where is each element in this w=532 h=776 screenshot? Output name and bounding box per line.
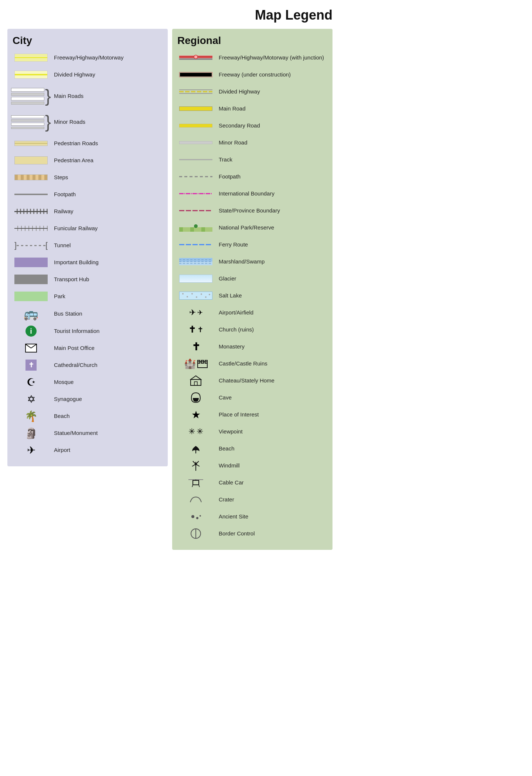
- list-item: Steps: [13, 171, 163, 184]
- label-statue: Statue/Monument: [54, 429, 98, 437]
- airplane-icon: ✈: [189, 308, 196, 317]
- label-mosque: Mosque: [54, 378, 74, 386]
- statue-icon: 🗿: [25, 427, 38, 439]
- symbol-reg-crater: [177, 496, 214, 504]
- list-item: Glacier: [177, 272, 327, 285]
- airplane2-icon: ✈: [197, 309, 203, 317]
- label-reg-airport: Airport/Airfield: [219, 309, 253, 316]
- list-item: ✝ Monastery: [177, 340, 327, 353]
- label-reg-ancient: Ancient Site: [219, 513, 248, 520]
- label-reg-border: Border Control: [219, 530, 255, 537]
- list-item: Freeway/Highway/Motorway (with junction): [177, 51, 327, 64]
- chateau-icon: [190, 375, 202, 386]
- list-item: Footpath: [177, 170, 327, 183]
- regional-header: Regional: [177, 35, 327, 47]
- svg-rect-31: [179, 292, 212, 300]
- list-item: National Park/Reserve: [177, 221, 327, 234]
- list-item: ☪ Mosque: [13, 375, 163, 389]
- label-reg-viewpoint: Viewpoint: [219, 428, 243, 435]
- label-divided-hwy: Divided Highway: [54, 71, 95, 78]
- svg-point-24: [194, 224, 198, 228]
- label-footpath: Footpath: [54, 191, 76, 198]
- list-item: } Minor Roads: [13, 111, 163, 133]
- symbol-reg-ancient: [177, 513, 214, 520]
- symbol-reg-freeway-const: [177, 72, 214, 77]
- symbol-reg-interest: ★: [177, 409, 214, 421]
- list-item: Freeway (under construction): [177, 68, 327, 81]
- castle-ruins-icon: [197, 359, 208, 368]
- beach-symbol-icon: [190, 443, 201, 454]
- cave-icon: [190, 392, 202, 403]
- cable-car-icon: [188, 477, 203, 489]
- info-icon: i: [25, 326, 37, 337]
- symbol-main-roads: }: [13, 88, 50, 105]
- label-reg-cablecar: Cable Car: [219, 479, 244, 486]
- list-item: Important Building: [13, 256, 163, 269]
- symbol-reg-viewpoint: ✳ ✳: [177, 427, 214, 436]
- symbol-ped-roads: [13, 141, 50, 146]
- svg-point-52: [195, 463, 197, 465]
- symbol-synagogue: ✡: [13, 393, 50, 405]
- symbol-reg-windmill: [177, 460, 214, 472]
- symbol-minor-roads: }: [13, 114, 50, 130]
- list-item: Cable Car: [177, 476, 327, 489]
- list-item: ✈ ✈ Airport/Airfield: [177, 306, 327, 319]
- svg-point-38: [209, 294, 210, 295]
- symbol-glacier: [177, 275, 214, 283]
- symbol-reg-beach: [177, 443, 214, 454]
- svg-rect-23: [205, 227, 212, 232]
- svg-rect-15: [179, 141, 212, 144]
- symbol-reg-airport: ✈ ✈: [177, 308, 214, 317]
- symbol-reg-cave: [177, 392, 214, 403]
- list-item: ✝ Cathedral/Church: [13, 358, 163, 372]
- regional-column: Regional Freeway/Highway/Motorway (with …: [172, 29, 332, 550]
- label-ferry: Ferry Route: [219, 241, 248, 248]
- label-park: Park: [54, 293, 65, 300]
- symbol-reg-border: [177, 528, 214, 540]
- svg-rect-45: [194, 382, 197, 385]
- cross-ruins-icon: ✝: [197, 325, 204, 334]
- list-item: Beach: [177, 442, 327, 455]
- symbol-important-building: [13, 258, 50, 267]
- label-reg-freeway-const: Freeway (under construction): [219, 71, 291, 78]
- symbol-ferry: [177, 244, 214, 246]
- list-item: International Boundary: [177, 187, 327, 200]
- svg-rect-13: [179, 106, 212, 111]
- symbol-marsh: [177, 258, 214, 265]
- label-steps: Steps: [54, 174, 68, 181]
- list-item: 🌴 Beach: [13, 409, 163, 423]
- symbol-steps: [13, 174, 50, 180]
- list-item: Salt Lake: [177, 289, 327, 302]
- list-item: ] [ Tunnel: [13, 239, 163, 252]
- symbol-salt-lake: [177, 292, 214, 300]
- list-item: ✳ ✳ Viewpoint: [177, 425, 327, 438]
- list-item: Divided Highway: [177, 85, 327, 98]
- symbol-railway: [13, 209, 50, 214]
- list-item: Railway: [13, 205, 163, 218]
- symbol-intl-boundary: [177, 192, 214, 195]
- symbol-reg-divided: [177, 89, 214, 94]
- monastery-cross-icon: ✝: [192, 341, 200, 353]
- label-ped-roads: Pedestrian Roads: [54, 140, 98, 147]
- label-reg-church: Church (ruins): [219, 326, 254, 333]
- list-item: Freeway/Highway/Motorway: [13, 51, 163, 64]
- label-reg-freeway: Freeway/Highway/Motorway (with junction): [219, 54, 324, 61]
- label-reg-track: Track: [219, 156, 232, 163]
- cross-icon: ✝: [188, 324, 196, 335]
- list-item: ✡ Synagogue: [13, 392, 163, 406]
- symbol-reg-secondary: [177, 124, 214, 127]
- symbol-cathedral: ✝: [13, 360, 50, 371]
- label-airport-city: Airport: [54, 446, 70, 454]
- svg-point-35: [196, 296, 197, 298]
- label-marsh: Marshland/Swamp: [219, 258, 265, 265]
- symbol-statue: 🗿: [13, 427, 50, 439]
- svg-point-34: [191, 293, 193, 295]
- label-cathedral: Cathedral/Church: [54, 361, 98, 369]
- list-item: State/Province Boundary: [177, 204, 327, 217]
- list-item: Funicular Railway: [13, 222, 163, 235]
- symbol-tunnel: ] [: [13, 241, 50, 250]
- svg-line-57: [199, 485, 200, 487]
- list-item: Ancient Site: [177, 510, 327, 523]
- symbol-state-boundary: [177, 210, 214, 212]
- crater-icon: [190, 496, 202, 504]
